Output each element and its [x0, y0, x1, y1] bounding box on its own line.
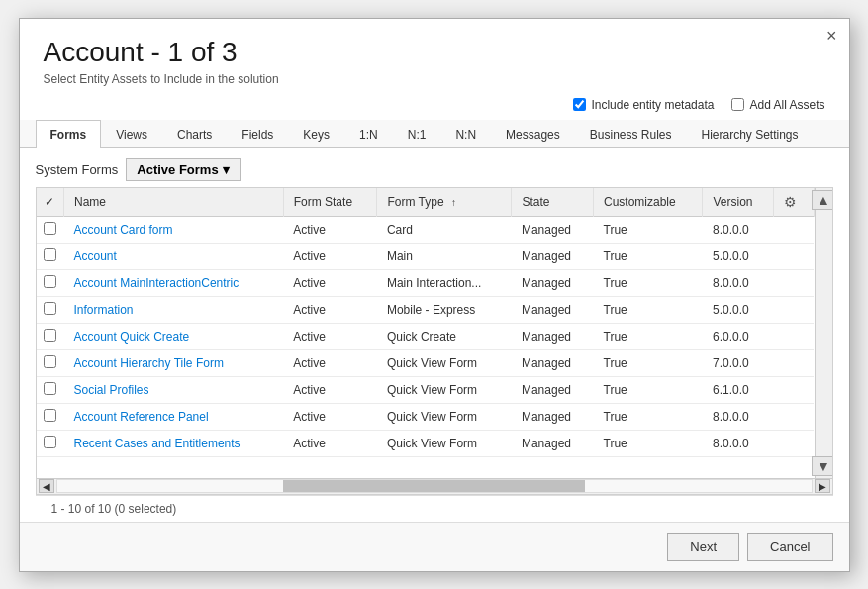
cancel-button[interactable]: Cancel — [747, 533, 832, 561]
row-version: 8.0.0.0 — [703, 216, 774, 243]
row-state: Managed — [512, 323, 594, 349]
tab-forms[interactable]: Forms — [36, 120, 102, 148]
status-bar: 1 - 10 of 10 (0 selected) — [36, 495, 833, 522]
scroll-down-button[interactable]: ▼ — [812, 456, 832, 476]
row-name-link[interactable]: Social Profiles — [74, 383, 149, 397]
row-gear-cell — [774, 323, 814, 349]
dialog-title: Account - 1 of 3 — [44, 37, 825, 68]
table-row: InformationActiveMobile - ExpressManaged… — [37, 296, 815, 323]
row-name-link[interactable]: Account MainInteractionCentric — [74, 276, 240, 290]
row-checkbox-cell[interactable] — [37, 269, 64, 296]
tab-charts[interactable]: Charts — [162, 120, 227, 148]
col-gear[interactable]: ⚙ — [774, 188, 814, 217]
row-form-state: Active — [283, 376, 377, 403]
row-checkbox[interactable] — [44, 382, 56, 395]
table-row: Account MainInteractionCentricActiveMain… — [37, 269, 815, 296]
tab-n1[interactable]: N:1 — [393, 120, 441, 148]
row-state: Managed — [512, 349, 594, 376]
row-form-type: Card — [377, 216, 512, 243]
table-row: AccountActiveMainManagedTrue5.0.0.0 — [37, 243, 815, 269]
row-gear-cell — [774, 376, 814, 403]
row-name: Account Reference Panel — [64, 403, 284, 430]
row-customizable: True — [594, 376, 703, 403]
row-state: Managed — [512, 376, 594, 403]
row-form-type: Quick View Form — [377, 403, 512, 430]
row-version: 5.0.0.0 — [703, 296, 774, 323]
row-name-link[interactable]: Account — [74, 249, 117, 263]
row-state: Managed — [512, 243, 594, 269]
row-checkbox-cell[interactable] — [37, 403, 64, 430]
dialog-options: Include entity metadata Add All Assets — [20, 94, 849, 120]
row-checkbox[interactable] — [44, 248, 56, 261]
row-version: 8.0.0.0 — [703, 269, 774, 296]
row-checkbox[interactable] — [44, 222, 56, 235]
hscroll-thumb — [283, 480, 585, 492]
row-checkbox-cell[interactable] — [37, 216, 64, 243]
row-name: Account Quick Create — [64, 323, 284, 349]
row-checkbox[interactable] — [44, 329, 56, 342]
row-name-link[interactable]: Recent Cases and Entitlements — [74, 437, 241, 450]
row-name-link[interactable]: Information — [74, 303, 134, 317]
add-all-assets-label[interactable]: Add All Assets — [731, 98, 824, 112]
row-customizable: True — [594, 323, 703, 349]
col-check: ✓ — [37, 188, 64, 217]
row-name-link[interactable]: Account Reference Panel — [74, 410, 209, 424]
row-checkbox-cell[interactable] — [37, 376, 64, 403]
add-all-assets-text: Add All Assets — [749, 98, 824, 112]
row-checkbox-cell[interactable] — [37, 349, 64, 376]
include-metadata-label[interactable]: Include entity metadata — [573, 98, 714, 112]
row-name: Information — [64, 296, 284, 323]
tab-1n[interactable]: 1:N — [344, 120, 393, 148]
next-button[interactable]: Next — [667, 533, 739, 561]
table-header-row: ✓ Name Form State Form Type ↑ State Cust… — [37, 188, 815, 217]
tab-keys[interactable]: Keys — [288, 120, 344, 148]
tab-views[interactable]: Views — [101, 120, 162, 148]
scroll-up-button[interactable]: ▲ — [812, 190, 832, 210]
status-text: 1 - 10 of 10 (0 selected) — [51, 502, 177, 516]
row-name: Recent Cases and Entitlements — [64, 430, 284, 456]
row-checkbox[interactable] — [44, 302, 56, 315]
table-row: Social ProfilesActiveQuick View FormMana… — [37, 376, 815, 403]
row-checkbox-cell[interactable] — [37, 243, 64, 269]
tab-messages[interactable]: Messages — [491, 120, 575, 148]
row-customizable: True — [594, 269, 703, 296]
row-name: Account Hierarchy Tile Form — [64, 349, 284, 376]
row-checkbox[interactable] — [44, 409, 56, 422]
col-form-type[interactable]: Form Type ↑ — [377, 188, 512, 217]
tab-business-rules[interactable]: Business Rules — [575, 120, 687, 148]
row-checkbox[interactable] — [44, 355, 56, 368]
row-name-link[interactable]: Account Quick Create — [74, 330, 190, 344]
include-metadata-checkbox[interactable] — [573, 98, 586, 111]
main-dialog: × Account - 1 of 3 Select Entity Assets … — [19, 18, 850, 572]
table-wrapper[interactable]: ✓ Name Form State Form Type ↑ State Cust… — [37, 188, 832, 478]
row-customizable: True — [594, 349, 703, 376]
active-forms-button[interactable]: Active Forms ▾ — [126, 158, 240, 181]
gear-icon[interactable]: ⚙ — [784, 194, 797, 210]
content-area: System Forms Active Forms ▾ ✓ Name Form … — [20, 148, 849, 522]
row-name-link[interactable]: Account Card form — [74, 223, 173, 237]
tab-hierarchy-settings[interactable]: Hierarchy Settings — [687, 120, 814, 148]
row-checkbox-cell[interactable] — [37, 296, 64, 323]
row-form-state: Active — [283, 243, 377, 269]
row-checkbox-cell[interactable] — [37, 430, 64, 456]
row-form-state: Active — [283, 296, 377, 323]
add-all-assets-checkbox[interactable] — [731, 98, 744, 111]
row-checkbox[interactable] — [44, 436, 56, 448]
hscroll-left-button[interactable]: ◀ — [39, 479, 54, 493]
dialog-subtitle: Select Entity Assets to Include in the s… — [44, 72, 825, 86]
row-version: 6.1.0.0 — [703, 376, 774, 403]
row-form-type: Main — [377, 243, 512, 269]
row-checkbox-cell[interactable] — [37, 323, 64, 349]
col-version: Version — [703, 188, 774, 217]
row-customizable: True — [594, 243, 703, 269]
row-name: Account — [64, 243, 284, 269]
row-name-link[interactable]: Account Hierarchy Tile Form — [74, 356, 224, 370]
row-checkbox[interactable] — [44, 275, 56, 288]
hscroll-right-button[interactable]: ▶ — [815, 479, 830, 493]
row-form-type: Quick Create — [377, 323, 512, 349]
tab-nn[interactable]: N:N — [440, 120, 491, 148]
close-button[interactable]: × — [826, 27, 837, 45]
col-form-state: Form State — [283, 188, 377, 217]
tab-fields[interactable]: Fields — [227, 120, 288, 148]
hscroll-track — [56, 479, 813, 493]
